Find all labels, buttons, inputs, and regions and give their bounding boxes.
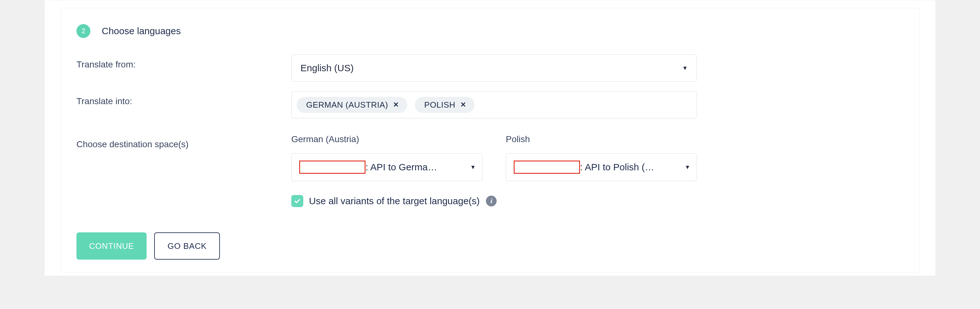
continue-button[interactable]: CONTINUE <box>76 232 146 259</box>
page-container: 2 Choose languages Translate from: Engli… <box>44 0 936 276</box>
target-language-tag: GERMAN (AUSTRIA) ✕ <box>297 97 407 113</box>
row-translate-into: Translate into: GERMAN (AUSTRIA) ✕ POLIS… <box>76 91 904 118</box>
target-languages-input[interactable]: GERMAN (AUSTRIA) ✕ POLISH ✕ <box>291 91 697 118</box>
step-number-badge: 2 <box>76 24 91 38</box>
step-header: 2 Choose languages <box>76 24 904 38</box>
destination-lang-label: Polish <box>506 134 697 144</box>
row-translate-from: Translate from: English (US) ▼ <box>76 54 904 82</box>
use-all-variants-checkbox[interactable] <box>291 195 303 207</box>
chevron-down-icon: ▼ <box>470 164 476 171</box>
label-destination: Choose destination space(s) <box>76 134 291 149</box>
use-all-variants-row: Use all variants of the target language(… <box>291 195 904 207</box>
check-icon <box>293 197 301 205</box>
destination-lang-label: German (Austria) <box>291 134 482 144</box>
destination-grid: German (Austria) : API to Germa… ▼ Polis… <box>291 134 697 181</box>
source-language-value: English (US) <box>301 63 353 74</box>
target-language-tag-label: POLISH <box>424 100 455 110</box>
remove-tag-icon[interactable]: ✕ <box>460 101 466 109</box>
destination-space-value: : API to Polish (… <box>580 162 654 173</box>
remove-tag-icon[interactable]: ✕ <box>393 101 399 109</box>
go-back-button[interactable]: GO BACK <box>154 232 220 259</box>
source-language-select[interactable]: English (US) ▼ <box>291 54 697 82</box>
row-destination: Choose destination space(s) German (Aust… <box>76 134 904 181</box>
redacted-block <box>299 160 366 174</box>
info-icon[interactable]: i <box>486 196 496 207</box>
chevron-down-icon: ▼ <box>685 164 690 171</box>
destination-item: German (Austria) : API to Germa… ▼ <box>291 134 482 181</box>
destination-space-select[interactable]: : API to Germa… ▼ <box>291 153 482 181</box>
previous-step-panel-sliver <box>59 0 921 6</box>
step-panel: 2 Choose languages Translate from: Engli… <box>60 8 920 272</box>
button-row: CONTINUE GO BACK <box>76 232 904 259</box>
chevron-down-icon: ▼ <box>682 65 688 72</box>
destination-space-select[interactable]: : API to Polish (… ▼ <box>506 153 697 181</box>
label-translate-from: Translate from: <box>76 54 291 70</box>
target-language-tag: POLISH ✕ <box>415 97 474 113</box>
target-language-tag-label: GERMAN (AUSTRIA) <box>306 100 388 110</box>
step-title: Choose languages <box>102 26 181 37</box>
destination-item: Polish : API to Polish (… ▼ <box>506 134 697 181</box>
use-all-variants-label: Use all variants of the target language(… <box>309 196 480 207</box>
label-translate-into: Translate into: <box>76 91 291 106</box>
destination-space-value: : API to Germa… <box>366 162 437 173</box>
redacted-block <box>514 160 580 174</box>
